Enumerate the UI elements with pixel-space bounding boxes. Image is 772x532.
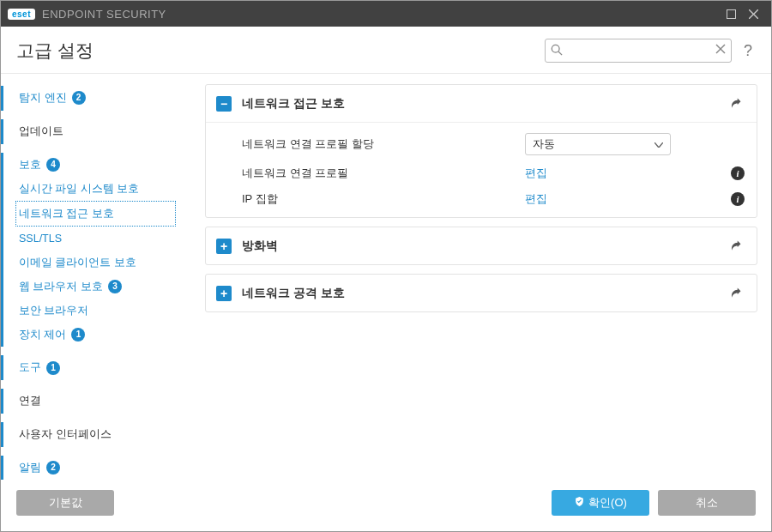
sidebar-group-protection: 보호 4 실시간 파일 시스템 보호 네트워크 접근 보호 SSL/TLS 이메… — [1, 153, 181, 348]
svg-point-3 — [552, 45, 559, 52]
sidebar-item-web-browser[interactable]: 웹 브라우저 보호 3 — [3, 275, 181, 299]
brand-name: ENDPOINT SECURITY — [42, 8, 166, 21]
default-button[interactable]: 기본값 — [16, 490, 114, 516]
sidebar-item-network-access[interactable]: 네트워크 접근 보호 — [15, 201, 176, 227]
brand-badge: eset — [8, 9, 35, 20]
sidebar-badge: 1 — [71, 328, 85, 342]
content: − 네트워크 접근 보호 네트워크 연결 프로필 할당 자동 — [181, 74, 771, 480]
maximize-icon — [727, 9, 736, 19]
search-clear-button[interactable] — [715, 43, 727, 57]
sidebar-item-label: 사용자 인터페이스 — [19, 426, 112, 444]
sidebar-badge: 2 — [46, 461, 60, 475]
ok-button[interactable]: 확인(O) — [552, 490, 649, 516]
collapse-icon[interactable]: − — [216, 96, 232, 112]
sidebar-item-label: 연결 — [19, 392, 41, 410]
sidebar-item-protection[interactable]: 보호 4 — [3, 153, 181, 178]
app-logo: eset ENDPOINT SECURITY — [8, 8, 166, 21]
sidebar-item-detection-engine[interactable]: 탐지 엔진 2 — [3, 86, 181, 111]
cancel-button[interactable]: 취소 — [658, 490, 756, 516]
sidebar-item-label: 웹 브라우저 보호 — [19, 278, 103, 295]
sidebar-item-connection[interactable]: 연결 — [3, 389, 181, 414]
search-icon — [551, 44, 563, 58]
panel-title: 네트워크 공격 보호 — [242, 286, 345, 301]
sidebar-badge: 2 — [72, 91, 86, 105]
sidebar-badge: 3 — [108, 280, 122, 293]
sidebar-badge: 1 — [46, 361, 60, 375]
row-ip-sets: IP 집합 편집 i — [206, 186, 757, 212]
svg-rect-0 — [727, 9, 735, 18]
close-button[interactable] — [742, 3, 764, 25]
sidebar-item-label: 실시간 파일 시스템 보호 — [19, 180, 139, 197]
body: 탐지 엔진 2 업데이트 보호 4 실시간 파일 시스템 보호 네트워크 접 — [1, 74, 771, 480]
footer: 기본값 확인(O) 취소 — [1, 480, 771, 531]
sidebar-item-label: 알림 — [19, 459, 41, 477]
sidebar-item-label: 장치 제어 — [19, 326, 66, 343]
info-icon[interactable]: i — [731, 192, 745, 206]
profile-select[interactable]: 자동 — [525, 133, 671, 155]
row-profile-edit: 네트워크 연결 프로필 편집 i — [206, 160, 757, 186]
sidebar-item-user-interface[interactable]: 사용자 인터페이스 — [3, 422, 181, 447]
panel-title: 방화벽 — [242, 239, 278, 254]
sidebar-item-secure-browser[interactable]: 보안 브라우저 — [3, 299, 181, 323]
chevron-down-icon — [654, 138, 663, 150]
panel-header[interactable]: + 방화벽 — [206, 227, 757, 264]
svg-line-4 — [558, 51, 562, 55]
sidebar-item-label: 도구 — [19, 359, 41, 377]
panel-firewall: + 방화벽 — [205, 227, 757, 265]
row-label: IP 집합 — [242, 191, 525, 207]
expand-icon[interactable]: + — [216, 286, 232, 301]
sidebar-item-device-control[interactable]: 장치 제어 1 — [3, 323, 181, 347]
sidebar-item-label: 네트워크 접근 보호 — [19, 205, 114, 222]
panel-header[interactable]: + 네트워크 공격 보호 — [206, 275, 757, 311]
undo-button[interactable] — [727, 93, 746, 114]
sidebar-item-label: 보호 — [19, 156, 41, 174]
sidebar-group-tools: 도구 1 — [1, 355, 181, 380]
sidebar-item-tools[interactable]: 도구 1 — [3, 355, 181, 380]
maximize-button[interactable] — [720, 3, 742, 25]
header: 고급 설정 ? — [1, 27, 771, 74]
panel-header[interactable]: − 네트워크 접근 보호 — [206, 85, 757, 123]
ok-button-label: 확인(O) — [588, 495, 627, 511]
sidebar-group-connection: 연결 — [1, 389, 181, 414]
expand-icon[interactable]: + — [216, 239, 232, 254]
edit-link[interactable]: 편집 — [525, 191, 671, 207]
search-input[interactable] — [545, 39, 732, 63]
select-value: 자동 — [533, 137, 555, 152]
sidebar-item-label: 보안 브라우저 — [19, 302, 88, 319]
panel-network-access: − 네트워크 접근 보호 네트워크 연결 프로필 할당 자동 — [205, 84, 757, 218]
help-button[interactable]: ? — [740, 42, 756, 60]
sidebar-item-label: 탐지 엔진 — [19, 89, 67, 107]
sidebar-group-update: 업데이트 — [1, 119, 181, 144]
undo-button[interactable] — [727, 235, 746, 257]
sidebar-group-ui: 사용자 인터페이스 — [1, 422, 181, 447]
sidebar-item-email-client[interactable]: 이메일 클라이언트 보호 — [3, 251, 181, 275]
close-icon — [749, 9, 758, 19]
sidebar-item-label: SSL/TLS — [19, 230, 62, 247]
sidebar-item-ssl-tls[interactable]: SSL/TLS — [3, 227, 181, 251]
panel-body: 네트워크 연결 프로필 할당 자동 네트워크 연결 프로 — [206, 123, 757, 217]
row-profile-assign: 네트워크 연결 프로필 할당 자동 — [206, 128, 757, 160]
undo-icon — [729, 284, 745, 299]
sidebar-group-notification: 알림 2 — [1, 456, 181, 480]
window: eset ENDPOINT SECURITY 고급 설정 ? — [0, 0, 772, 532]
panel-title: 네트워크 접근 보호 — [242, 96, 345, 112]
search-wrap — [545, 39, 732, 63]
sidebar: 탐지 엔진 2 업데이트 보호 4 실시간 파일 시스템 보호 네트워크 접 — [1, 74, 181, 480]
sidebar-item-notification[interactable]: 알림 2 — [3, 456, 181, 480]
sidebar-badge: 4 — [46, 158, 60, 172]
titlebar: eset ENDPOINT SECURITY — [1, 1, 771, 27]
info-icon[interactable]: i — [731, 166, 745, 180]
sidebar-group-detection: 탐지 엔진 2 — [1, 86, 181, 111]
x-icon — [715, 43, 727, 55]
row-label: 네트워크 연결 프로필 할당 — [242, 136, 525, 152]
undo-icon — [729, 237, 745, 252]
undo-icon — [729, 94, 745, 110]
sidebar-item-label: 이메일 클라이언트 보호 — [19, 254, 136, 271]
shield-icon — [574, 496, 585, 510]
sidebar-item-realtime-file[interactable]: 실시간 파일 시스템 보호 — [3, 177, 181, 201]
sidebar-item-label: 업데이트 — [19, 123, 63, 141]
sidebar-item-update[interactable]: 업데이트 — [3, 119, 181, 144]
undo-button[interactable] — [727, 282, 746, 304]
edit-link[interactable]: 편집 — [525, 166, 671, 181]
row-label: 네트워크 연결 프로필 — [242, 166, 525, 181]
